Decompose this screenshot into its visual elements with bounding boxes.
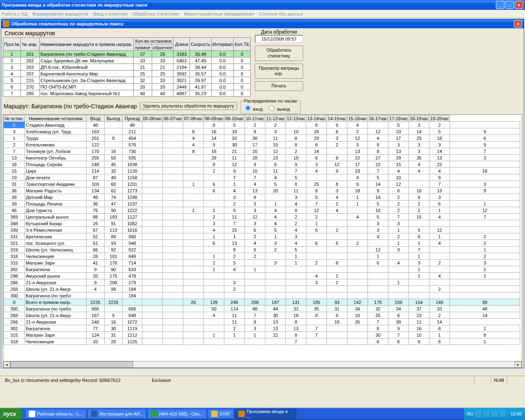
column-header[interactable]: Вход [87,115,105,122]
table-row[interactable]: 18Площадь Серова148451038812969312172215… [4,161,520,168]
table-row[interactable]: 331Арктическая52889801121342812 [4,233,520,240]
table-row[interactable]: 38Детский Мир4974124838354114263 [4,194,520,201]
table-row[interactable]: 319Школа (ул. Челюскинц6692922862512371 [4,247,520,253]
column-header[interactable]: Наименование остановки [25,115,87,122]
table-row[interactable]: 3Хлебозавод (ул. Труд1632118163383102662… [4,128,520,135]
column-header[interactable]: 11-12час [265,115,286,122]
maximize-button[interactable]: □ [505,1,514,9]
table-row[interactable]: 315Магазин Заря4117671425312864323 [4,260,520,266]
taskbar-item[interactable]: Программа ввода и ... [235,409,296,419]
table-row[interactable]: 26621-я Амурская240161072118138183573811… [4,319,520,325]
column-header[interactable]: 08-09час [204,115,224,122]
column-header[interactable]: Выход [105,115,123,122]
table-row[interactable]: 369Центральный рынок88183112721112422457… [4,214,520,220]
table-row[interactable]: 5Стадион Авангард48488522894532 [4,122,520,128]
col-kolvo[interactable]: Кол-во остановок [133,38,173,44]
col-int[interactable]: Интервал [211,38,233,51]
col-mar[interactable]: № мар. [21,38,39,51]
column-header[interactable]: № остан. [4,115,25,122]
column-header[interactable]: 19-20час [429,115,450,122]
table-row[interactable]: 318Челюскинцев281018491221112 [4,253,520,260]
table-row[interactable]: 0Всего в прямом напр.2226222626139246208… [4,299,520,306]
table-row[interactable]: 7Техникум (ул. Лобков1701673081621201221… [4,148,520,155]
process-button[interactable]: Обработать статистику [255,46,303,61]
table-row[interactable]: 302Багратиона99063314112 [4,266,520,273]
delete-results-button[interactable]: Удалить реультаты обработки по маршруту [140,102,237,110]
col-skor[interactable]: Скорость [190,38,212,51]
col-prog[interactable]: Прог.№ [3,38,21,51]
col-pr[interactable]: прямое [133,44,152,51]
radio-in[interactable] [245,105,251,111]
scroll-left-button[interactable]: ◂ [3,361,10,368]
system-tray[interactable]: RU 10:06 [464,408,525,420]
column-header[interactable]: 12-13час [286,115,306,122]
column-header[interactable]: Проезд [123,115,142,122]
column-header[interactable]: 14-15час [327,115,347,122]
table-row[interactable]: 36Магазин Радость13462127364132011831896… [4,187,520,194]
radio-out-label[interactable]: выход [267,107,290,112]
horizontal-scrollbar[interactable]: ◂ ▸ [3,361,522,368]
taskbar-item[interactable]: [464-418-585] - Окн... [147,409,207,419]
table-row[interactable]: 268Школа (ул. 21-я Амур49918422 [4,286,520,292]
column-header[interactable]: 10-11час [245,115,265,122]
col-dlina[interactable]: Длина [173,38,190,51]
table-row[interactable]: 3393-я Ремесленная6711310164156546231512 [4,227,520,233]
menu-item[interactable]: Слияние баз данных [260,11,303,16]
menu-item[interactable]: Ввод статистики [93,11,128,16]
menu-item[interactable]: Обработка статистики [132,11,179,16]
route-row[interactable]: 4207Бархатовой-Кинотеатр Мир2525359235.5… [3,71,251,77]
table-row[interactable]: 300Багратиона (по требо66666650114884432… [4,306,520,312]
column-header[interactable]: 17-18час [388,115,409,122]
routes-table[interactable]: Прог.№ № мар. Наименование маршрута в пр… [3,37,251,97]
start-button[interactable]: пуск [0,408,23,420]
col-name[interactable]: Наименование маршрута в прямом направ. [39,38,133,51]
table-row[interactable]: 15Цирк11432112029101174923744418 [4,168,520,174]
table-row[interactable]: 19Дом печати87491158774545109 [4,174,520,181]
radio-out[interactable] [269,105,274,111]
col-te[interactable]: Кол.ТЕ [234,38,251,51]
child-close-button[interactable]: × [514,20,522,27]
scroll-thumb[interactable] [10,361,133,368]
table-row[interactable]: 300Багратиона (по требо184 [4,292,520,299]
column-header[interactable]: 09-10час [224,115,245,122]
tray-lang[interactable]: RU [467,411,474,416]
table-row[interactable]: 39Площадь Ленина36471237231472152261 [4,201,520,207]
table-row[interactable]: 46Дом туриста759012221293481241022112 [4,207,520,214]
table-row[interactable]: 321пос. Козицкого (ул.619394861343465211… [4,240,520,247]
route-row[interactable]: 1201Багратиона (по требо-Стадион Авангар… [3,51,251,57]
route-row[interactable]: 7285пос. Морозовка-Завод Кирпичный №1404… [3,90,251,97]
column-header[interactable]: 07-08час [183,115,204,122]
route-row[interactable]: 2202Сады Здоровье-ДК им. Малунцева333354… [3,57,251,64]
table-row[interactable]: 2Котельникова12257649301715882383339 [4,142,520,148]
date-input[interactable] [255,35,303,43]
column-header[interactable]: 13-14час [306,115,327,122]
tray-icon[interactable] [475,411,482,417]
taskbar-item[interactable]: Рабочая область - L... [25,409,87,419]
column-header[interactable]: 15-16час [347,115,368,122]
scroll-right-button[interactable]: ▸ [515,361,522,368]
table-row[interactable]: 268Школа (ул. 21-я Амур18758484117301888… [4,312,520,319]
col-ob[interactable]: обратное [152,44,173,51]
route-row[interactable]: 3203ДП-6-пос. Юбилейный2121218438.440.00 [3,64,251,71]
table-row[interactable]: 26621-я Амурская92082793321 [4,279,520,286]
table-row[interactable]: 1Труда251845441433381182931241725186 [4,135,520,142]
stops-table[interactable]: № остан.Наименование остановкиВходВыходП… [3,115,520,345]
minimize-button[interactable]: _ [496,1,504,9]
route-row[interactable]: 6270ПО ОНПЗ-БСМП2020244841.870.00 [3,84,251,90]
tray-icon[interactable] [483,411,490,417]
menu-item[interactable]: Работа с БД [2,11,27,16]
print-button[interactable]: Печать [255,81,303,91]
column-header[interactable]: 05-06час [142,115,163,122]
table-row[interactable]: 13Кинотеатр Октябрь255509352811282319682… [4,155,520,161]
table-row[interactable]: 348Бутырский Базар2691106237342133 [4,220,520,227]
menu-item[interactable]: Межостановочные передвижения [184,11,255,16]
scroll-track[interactable] [10,361,515,368]
column-header[interactable]: 16-17час [368,115,388,122]
table-row[interactable]: 315Магазин Заря12431121211122873071018 [4,332,520,338]
taskbar-item[interactable]: STAT [208,409,234,419]
table-row[interactable]: 318Челюскинцев33201225766661 [4,338,520,345]
table-row[interactable]: 298Амурский рынок2017547842242 [4,273,520,279]
tray-icon[interactable] [491,411,498,417]
menu-item[interactable]: Формирование маршрутов [32,11,89,16]
matrix-button[interactable]: Просмотр матрицы кор. [255,64,303,79]
